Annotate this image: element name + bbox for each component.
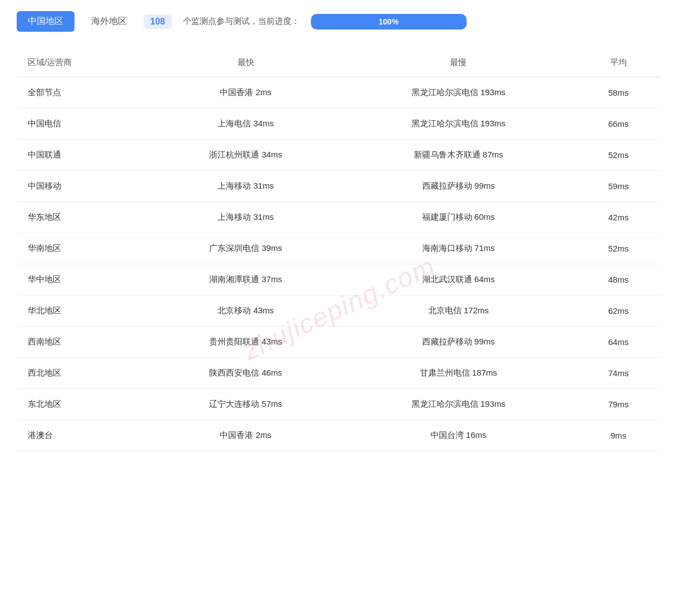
cell-average: 66ms — [576, 109, 661, 140]
table-row: 华北地区北京移动 43ms北京电信 172ms62ms — [17, 295, 661, 327]
cell-slowest: 西藏拉萨移动 99ms — [342, 171, 576, 202]
progress-text: 100% — [379, 17, 399, 26]
tab-overseas[interactable]: 海外地区 — [86, 11, 132, 32]
cell-slowest: 中国台湾 16ms — [342, 420, 576, 451]
cell-region: 全部节点 — [17, 77, 150, 109]
cell-slowest: 西藏拉萨移动 99ms — [342, 327, 576, 358]
table-row: 港澳台中国香港 2ms中国台湾 16ms9ms — [17, 420, 661, 451]
results-table: 区域/运营商 最快 最慢 平均 全部节点中国香港 2ms黑龙江哈尔滨电信 193… — [17, 48, 661, 451]
cell-fastest: 上海移动 31ms — [150, 202, 342, 233]
cell-average: 48ms — [576, 264, 661, 295]
cell-fastest: 广东深圳电信 39ms — [150, 233, 342, 264]
cell-region: 华东地区 — [17, 202, 150, 233]
cell-average: 74ms — [576, 358, 661, 389]
cell-slowest: 湖北武汉联通 64ms — [342, 264, 576, 295]
table-row: 西北地区陕西西安电信 46ms甘肃兰州电信 187ms74ms — [17, 358, 661, 389]
table-row: 中国电信上海电信 34ms黑龙江哈尔滨电信 193ms66ms — [17, 109, 661, 140]
cell-average: 79ms — [576, 389, 661, 420]
cell-average: 9ms — [576, 420, 661, 451]
cell-fastest: 北京移动 43ms — [150, 295, 342, 327]
cell-average: 52ms — [576, 233, 661, 264]
col-header-region: 区域/运营商 — [17, 48, 150, 77]
cell-fastest: 陕西西安电信 46ms — [150, 358, 342, 389]
table-header-row: 区域/运营商 最快 最慢 平均 — [17, 48, 661, 77]
cell-slowest: 黑龙江哈尔滨电信 193ms — [342, 77, 576, 109]
cell-region: 西北地区 — [17, 358, 150, 389]
table-row: 华南地区广东深圳电信 39ms海南海口移动 71ms52ms — [17, 233, 661, 264]
col-header-average: 平均 — [576, 48, 661, 77]
table-row: 西南地区贵州贵阳联通 43ms西藏拉萨移动 99ms64ms — [17, 327, 661, 358]
cell-region: 华中地区 — [17, 264, 150, 295]
cell-region: 华北地区 — [17, 295, 150, 327]
col-header-fastest: 最快 — [150, 48, 342, 77]
monitor-count-badge: 108 — [143, 14, 172, 29]
cell-region: 港澳台 — [17, 420, 150, 451]
cell-slowest: 福建厦门移动 60ms — [342, 202, 576, 233]
table-row: 中国移动上海移动 31ms西藏拉萨移动 99ms59ms — [17, 171, 661, 202]
cell-average: 62ms — [576, 295, 661, 327]
cell-fastest: 中国香港 2ms — [150, 77, 342, 109]
cell-average: 59ms — [576, 171, 661, 202]
table-row: 中国联通浙江杭州联通 34ms新疆乌鲁木齐联通 87ms52ms — [17, 140, 661, 171]
cell-region: 西南地区 — [17, 327, 150, 358]
header-area: 中国地区 海外地区 108 个监测点参与测试，当前进度： 100% — [17, 11, 661, 32]
cell-slowest: 黑龙江哈尔滨电信 193ms — [342, 389, 576, 420]
cell-average: 58ms — [576, 77, 661, 109]
cell-fastest: 浙江杭州联通 34ms — [150, 140, 342, 171]
cell-region: 中国电信 — [17, 109, 150, 140]
cell-slowest: 新疆乌鲁木齐联通 87ms — [342, 140, 576, 171]
table-row: 华东地区上海移动 31ms福建厦门移动 60ms42ms — [17, 202, 661, 233]
progress-bar-container: 100% — [311, 14, 467, 29]
cell-slowest: 北京电信 172ms — [342, 295, 576, 327]
cell-region: 中国移动 — [17, 171, 150, 202]
cell-average: 52ms — [576, 140, 661, 171]
table-row: 东北地区辽宁大连移动 57ms黑龙江哈尔滨电信 193ms79ms — [17, 389, 661, 420]
col-header-slowest: 最慢 — [342, 48, 576, 77]
cell-region: 中国联通 — [17, 140, 150, 171]
monitor-info-text: 个监测点参与测试，当前进度： — [183, 16, 300, 27]
cell-region: 华南地区 — [17, 233, 150, 264]
cell-fastest: 上海移动 31ms — [150, 171, 342, 202]
cell-fastest: 上海电信 34ms — [150, 109, 342, 140]
cell-region: 东北地区 — [17, 389, 150, 420]
cell-slowest: 甘肃兰州电信 187ms — [342, 358, 576, 389]
cell-fastest: 辽宁大连移动 57ms — [150, 389, 342, 420]
table-row: 全部节点中国香港 2ms黑龙江哈尔滨电信 193ms58ms — [17, 77, 661, 109]
cell-average: 42ms — [576, 202, 661, 233]
table-row: 华中地区湖南湘潭联通 37ms湖北武汉联通 64ms48ms — [17, 264, 661, 295]
cell-slowest: 海南海口移动 71ms — [342, 233, 576, 264]
cell-fastest: 湖南湘潭联通 37ms — [150, 264, 342, 295]
cell-average: 64ms — [576, 327, 661, 358]
cell-slowest: 黑龙江哈尔滨电信 193ms — [342, 109, 576, 140]
tab-china[interactable]: 中国地区 — [17, 11, 75, 32]
cell-fastest: 中国香港 2ms — [150, 420, 342, 451]
cell-fastest: 贵州贵阳联通 43ms — [150, 327, 342, 358]
